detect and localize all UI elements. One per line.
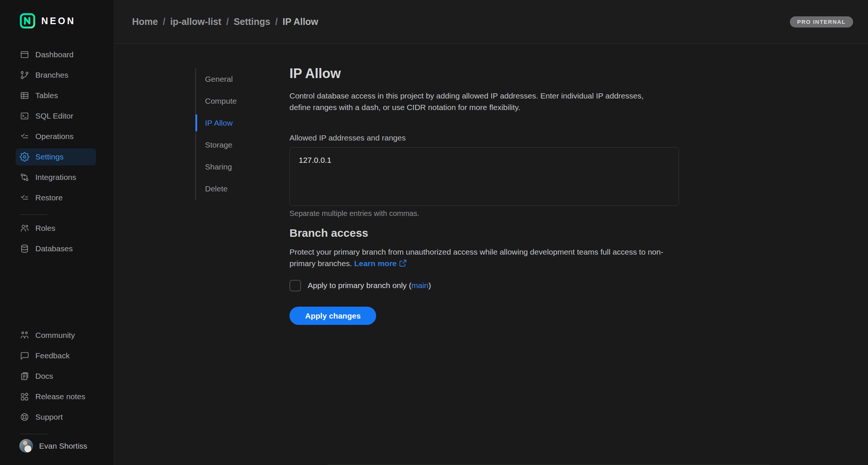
branch-access-title: Branch access — [289, 227, 679, 239]
page-title: IP Allow — [289, 65, 679, 82]
sidebar: NEON Dashboard Branches Tables — [0, 0, 114, 465]
page-description: Control database access in this project … — [289, 90, 660, 113]
brand-wordmark: NEON — [41, 16, 76, 26]
learn-more-link[interactable]: Learn more — [354, 259, 407, 268]
primary-branch-checkbox-row: Apply to primary branch only (main) — [289, 280, 679, 291]
user-name: Evan Shortiss — [39, 442, 87, 451]
database-icon — [20, 244, 29, 254]
breadcrumb-separator: / — [275, 16, 278, 27]
sidebar-item-release-notes[interactable]: Release notes — [16, 388, 96, 405]
sidebar-item-label: Dashboard — [35, 50, 74, 59]
sidebar-item-integrations[interactable]: Integrations — [16, 169, 96, 186]
neon-logo-icon — [19, 13, 36, 29]
ip-field-help: Separate multiple entries with commas. — [289, 209, 679, 218]
breadcrumb-separator: / — [226, 16, 229, 27]
table-icon — [20, 91, 29, 100]
neon-console-page: NEON Dashboard Branches Tables — [0, 0, 868, 465]
sidebar-item-label: Community — [35, 331, 75, 340]
subnav-item-sharing[interactable]: Sharing — [196, 156, 261, 178]
primary-branch-checkbox[interactable] — [289, 280, 301, 291]
subnav-item-storage[interactable]: Storage — [196, 134, 261, 156]
sidebar-tertiary-nav: Community Feedback Docs Release notes — [0, 327, 114, 429]
primary-branch-checkbox-label[interactable]: Apply to primary branch only (main) — [308, 281, 431, 290]
sidebar-secondary-nav: Roles Databases — [0, 220, 114, 261]
sidebar-primary-nav: Dashboard Branches Tables SQL Editor — [0, 46, 114, 210]
sidebar-item-branches[interactable]: Branches — [16, 67, 96, 84]
neon-logo[interactable]: NEON — [0, 0, 114, 29]
sidebar-item-label: Databases — [35, 244, 73, 253]
settings-subnav: General Compute IP Allow Storage Sharing… — [195, 68, 261, 200]
sidebar-item-dashboard[interactable]: Dashboard — [16, 46, 96, 63]
ip-field-label: Allowed IP addresses and ranges — [289, 133, 679, 143]
user-menu[interactable]: Evan Shortiss — [0, 439, 114, 465]
docs-icon — [20, 371, 29, 381]
breadcrumb: Home / ip-allow-list / Settings / IP All… — [132, 16, 318, 27]
community-icon — [20, 330, 29, 340]
life-buoy-icon — [20, 412, 29, 422]
ip-allow-panel: IP Allow Control database access in this… — [289, 44, 679, 465]
release-notes-icon — [20, 392, 29, 401]
top-header: Home / ip-allow-list / Settings / IP All… — [114, 0, 868, 44]
sidebar-item-label: Roles — [35, 224, 55, 233]
git-branch-icon — [20, 70, 29, 80]
sidebar-item-databases[interactable]: Databases — [16, 240, 96, 257]
sidebar-item-label: SQL Editor — [35, 112, 73, 120]
sidebar-item-tables[interactable]: Tables — [16, 87, 96, 104]
content-area: General Compute IP Allow Storage Sharing… — [114, 44, 868, 465]
subnav-item-general[interactable]: General — [196, 68, 261, 90]
sidebar-divider — [20, 434, 47, 434]
breadcrumb-current: IP Allow — [282, 16, 318, 27]
terminal-icon — [20, 111, 29, 121]
apply-changes-button[interactable]: Apply changes — [289, 307, 376, 325]
breadcrumb-separator: / — [163, 16, 165, 27]
sidebar-item-community[interactable]: Community — [16, 327, 96, 344]
checklist-icon — [20, 132, 29, 141]
message-icon — [20, 351, 29, 361]
sidebar-item-label: Branches — [35, 71, 68, 80]
breadcrumb-settings[interactable]: Settings — [234, 16, 270, 27]
sidebar-item-label: Docs — [35, 372, 53, 381]
subnav-item-delete[interactable]: Delete — [196, 178, 261, 200]
sidebar-item-feedback[interactable]: Feedback — [16, 347, 96, 364]
external-link-icon — [399, 259, 407, 267]
sidebar-item-label: Settings — [35, 152, 64, 161]
subnav-item-ip-allow[interactable]: IP Allow — [196, 112, 261, 134]
sidebar-item-label: Operations — [35, 132, 74, 141]
main-branch-link[interactable]: main — [411, 281, 429, 290]
user-avatar — [19, 439, 33, 453]
gear-icon — [20, 152, 29, 162]
sidebar-item-sql-editor[interactable]: SQL Editor — [16, 107, 96, 125]
sidebar-item-docs[interactable]: Docs — [16, 368, 96, 385]
sidebar-item-label: Tables — [35, 91, 58, 100]
ip-addresses-textarea[interactable]: 127.0.0.1 — [289, 147, 679, 206]
sidebar-item-roles[interactable]: Roles — [16, 220, 96, 237]
sidebar-item-restore[interactable]: Restore — [16, 189, 96, 206]
sidebar-item-label: Release notes — [35, 392, 85, 401]
sidebar-item-support[interactable]: Support — [16, 409, 96, 426]
git-compare-icon — [20, 172, 29, 182]
users-icon — [20, 223, 29, 233]
sidebar-item-label: Restore — [35, 193, 63, 202]
restore-icon — [20, 193, 29, 203]
breadcrumb-home[interactable]: Home — [132, 16, 158, 27]
sidebar-item-label: Feedback — [35, 351, 70, 360]
dashboard-icon — [20, 50, 29, 59]
breadcrumb-project[interactable]: ip-allow-list — [170, 16, 221, 27]
sidebar-divider — [20, 214, 47, 215]
subnav-item-compute[interactable]: Compute — [196, 90, 261, 112]
sidebar-item-label: Integrations — [35, 173, 76, 182]
sidebar-item-settings[interactable]: Settings — [16, 148, 96, 165]
sidebar-item-label: Support — [35, 413, 63, 422]
plan-badge: PRO INTERNAL — [790, 16, 853, 28]
branch-access-description: Protect your primary branch from unautho… — [289, 246, 671, 269]
sidebar-item-operations[interactable]: Operations — [16, 128, 96, 145]
